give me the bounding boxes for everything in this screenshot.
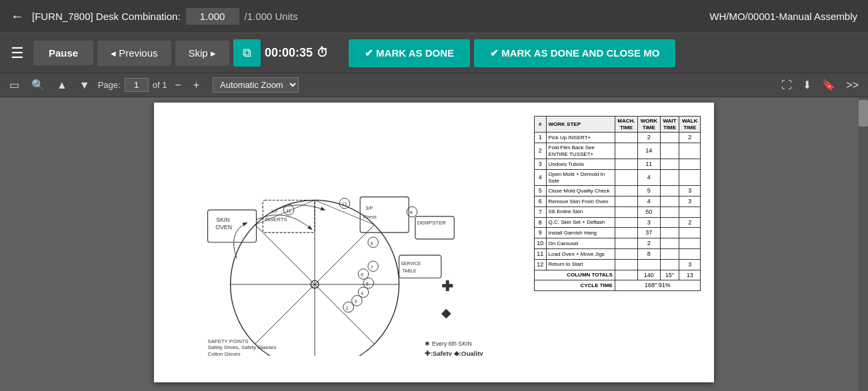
table-row: 11Load Oven + Move Jigs8 bbox=[535, 248, 701, 259]
pdf-toolbar: ▭ 🔍 ▲ ▼ Page: of 1 − + Automatic Zoom 50… bbox=[0, 73, 868, 97]
page-label: Page: bbox=[98, 80, 121, 90]
table-row: 3Undoes Tubols11 bbox=[535, 159, 701, 170]
svg-text:INSERTS: INSERTS bbox=[265, 216, 287, 222]
scrollbar-track[interactable] bbox=[859, 97, 868, 391]
mark-done-close-button[interactable]: ✔ MARK AS DONE AND CLOSE MO bbox=[474, 39, 675, 67]
svg-text:3: 3 bbox=[354, 299, 357, 304]
back-button[interactable]: ← bbox=[11, 9, 24, 24]
content-area: SKIN OVEN I/P INSERTS 3/P Press × DEMPST… bbox=[0, 97, 868, 391]
svg-text:✱ Every 6th SKIN: ✱ Every 6th SKIN bbox=[425, 340, 471, 347]
download-button[interactable]: ⬇ bbox=[799, 77, 815, 93]
table-row: 2Fold Film Back See ENTIRE TUSSET+14 bbox=[535, 143, 701, 159]
svg-text:SAFETY POINTS: SAFETY POINTS bbox=[208, 338, 249, 344]
work-steps-table: # WORK STEP MACH. TIME WORK TIME WAIT TI… bbox=[534, 116, 701, 291]
work-diagram: SKIN OVEN I/P INSERTS 3/P Press × DEMPST… bbox=[167, 116, 514, 356]
svg-text:4: 4 bbox=[361, 291, 363, 296]
svg-text:11: 11 bbox=[286, 208, 291, 213]
fullscreen-button[interactable]: ⛶ bbox=[777, 77, 796, 93]
units-label: /1.000 Units bbox=[245, 11, 298, 22]
svg-text:12: 12 bbox=[342, 202, 347, 206]
svg-text:Press: Press bbox=[363, 214, 377, 220]
svg-text:5: 5 bbox=[366, 282, 369, 286]
scrollbar-thumb[interactable] bbox=[859, 100, 868, 127]
table-row: 5Close Mold Quality Check53 bbox=[535, 186, 701, 196]
table-row: 1Pick Up INSERT+22 bbox=[535, 133, 701, 143]
pause-button[interactable]: Pause bbox=[33, 41, 93, 65]
svg-text:◆: ◆ bbox=[441, 306, 451, 320]
timer-display: 00:00:35 bbox=[265, 46, 313, 60]
svg-text:Safety Shoes, Safety Glasses: Safety Shoes, Safety Glasses bbox=[208, 344, 277, 350]
pdf-right-tools: ⛶ ⬇ 🔖 >> bbox=[777, 77, 863, 93]
svg-text:OVEN: OVEN bbox=[215, 224, 232, 230]
zoom-out-button[interactable]: − bbox=[171, 78, 185, 93]
top-bar: ← [FURN_7800] Desk Combination: /1.000 U… bbox=[0, 0, 868, 33]
svg-text:✚:Safety  ◆:Quality: ✚:Safety ◆:Quality bbox=[425, 350, 483, 356]
skip-button[interactable]: Skip ▸ bbox=[175, 41, 229, 66]
svg-text:7: 7 bbox=[371, 265, 373, 270]
diagram-container: SKIN OVEN I/P INSERTS 3/P Press × DEMPST… bbox=[167, 116, 701, 356]
bookmark-button[interactable]: 🔖 bbox=[818, 77, 839, 93]
table-row: 10On Carousel2 bbox=[535, 238, 701, 249]
more-button[interactable]: >> bbox=[842, 77, 863, 93]
zoom-in-button[interactable]: + bbox=[189, 78, 203, 93]
svg-text:Cotton Gloves: Cotton Gloves bbox=[208, 351, 241, 356]
svg-text:SERVICE: SERVICE bbox=[401, 261, 421, 266]
action-bar: ☰ Pause ◂ Previous Skip ▸ ⧉ 00:00:35 ⏱ ✔… bbox=[0, 33, 868, 73]
timer-section: 00:00:35 ⏱ bbox=[265, 46, 345, 60]
svg-text:✚: ✚ bbox=[441, 278, 453, 294]
table-row: 6Remove Skin From Oven43 bbox=[535, 196, 701, 206]
timer-icon[interactable]: ⏱ bbox=[317, 46, 329, 60]
svg-text:TABLE: TABLE bbox=[402, 268, 416, 273]
svg-text:2: 2 bbox=[346, 306, 349, 310]
svg-text:DEMPSTER: DEMPSTER bbox=[417, 220, 447, 226]
quantity-input[interactable] bbox=[186, 8, 239, 25]
svg-text:6: 6 bbox=[361, 272, 363, 277]
table-row: 12Return to Start3 bbox=[535, 259, 701, 270]
mark-done-button[interactable]: ✔ MARK AS DONE bbox=[349, 39, 470, 67]
page-title: [FURN_7800] Desk Combination: bbox=[32, 11, 181, 22]
pdf-page: SKIN OVEN I/P INSERTS 3/P Press × DEMPST… bbox=[154, 103, 714, 382]
next-page-button[interactable]: ▼ bbox=[75, 78, 94, 93]
table-row: 7SE Entire Skin50 bbox=[535, 206, 701, 217]
svg-text:3/P: 3/P bbox=[365, 205, 373, 211]
prev-page-button[interactable]: ▲ bbox=[53, 78, 71, 93]
svg-text:×: × bbox=[409, 208, 413, 216]
table-row: 8Q.C. Skin Set + Deflash32 bbox=[535, 217, 701, 228]
copy-button[interactable]: ⧉ bbox=[233, 39, 261, 67]
svg-text:SKIN: SKIN bbox=[216, 216, 229, 223]
zoom-select[interactable]: Automatic Zoom 50% 75% 100% 150% bbox=[213, 77, 299, 93]
toggle-sidebar-button[interactable]: ▭ bbox=[5, 77, 23, 93]
previous-button[interactable]: ◂ Previous bbox=[97, 41, 171, 66]
mo-reference: WH/MO/00001-Manual Assembly bbox=[709, 11, 857, 22]
title-section: [FURN_7800] Desk Combination: /1.000 Uni… bbox=[32, 8, 709, 25]
menu-button[interactable]: ☰ bbox=[5, 45, 29, 62]
page-number-input[interactable] bbox=[125, 78, 149, 92]
search-button[interactable]: 🔍 bbox=[27, 77, 49, 93]
svg-rect-0 bbox=[172, 116, 509, 356]
table-row: 4Open Mold + Demold In Side4 bbox=[535, 169, 701, 185]
table-row: 9Install Garnish Hang37 bbox=[535, 228, 701, 238]
svg-text:9: 9 bbox=[371, 241, 373, 246]
page-total: of 1 bbox=[153, 80, 167, 90]
